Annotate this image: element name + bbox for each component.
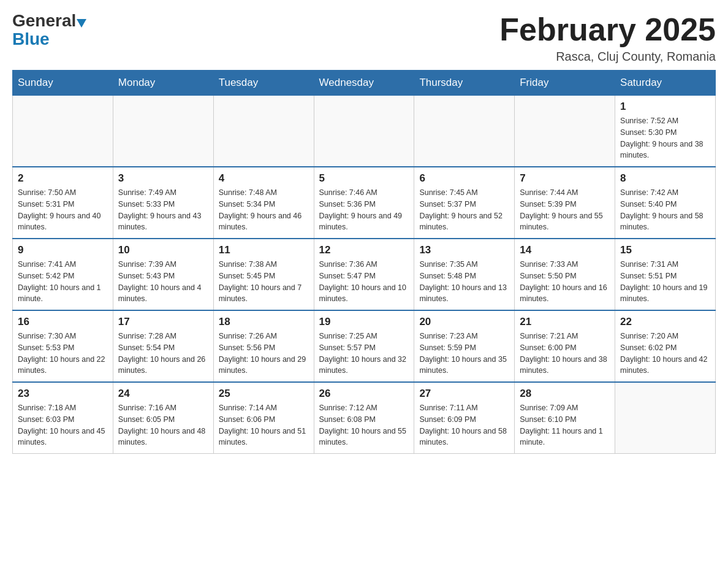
table-row: 16Sunrise: 7:30 AMSunset: 5:53 PMDayligh… (13, 310, 113, 382)
table-row: 20Sunrise: 7:23 AMSunset: 5:59 PMDayligh… (414, 310, 515, 382)
day-info: Sunrise: 7:30 AMSunset: 5:53 PMDaylight:… (18, 331, 108, 377)
day-info: Sunrise: 7:49 AMSunset: 5:33 PMDaylight:… (118, 187, 208, 233)
day-info: Sunrise: 7:38 AMSunset: 5:45 PMDaylight:… (219, 259, 309, 305)
day-info: Sunrise: 7:36 AMSunset: 5:47 PMDaylight:… (319, 259, 409, 305)
day-info: Sunrise: 7:31 AMSunset: 5:51 PMDaylight:… (620, 259, 710, 305)
day-number: 25 (219, 388, 309, 400)
calendar-week-row: 9Sunrise: 7:41 AMSunset: 5:42 PMDaylight… (13, 239, 716, 310)
table-row: 6Sunrise: 7:45 AMSunset: 5:37 PMDaylight… (414, 167, 515, 239)
day-info: Sunrise: 7:18 AMSunset: 6:03 PMDaylight:… (18, 402, 108, 448)
title-section: February 2025 Rasca, Cluj County, Romani… (499, 12, 716, 64)
day-number: 28 (520, 388, 610, 400)
day-number: 5 (319, 172, 409, 185)
table-row: 24Sunrise: 7:16 AMSunset: 6:05 PMDayligh… (113, 382, 213, 454)
calendar-week-row: 16Sunrise: 7:30 AMSunset: 5:53 PMDayligh… (13, 310, 716, 382)
day-number: 27 (419, 388, 509, 400)
calendar-week-row: 2Sunrise: 7:50 AMSunset: 5:31 PMDaylight… (13, 167, 716, 239)
day-info: Sunrise: 7:35 AMSunset: 5:48 PMDaylight:… (419, 259, 509, 305)
table-row: 4Sunrise: 7:48 AMSunset: 5:34 PMDaylight… (213, 167, 314, 239)
table-row: 7Sunrise: 7:44 AMSunset: 5:39 PMDaylight… (515, 167, 615, 239)
day-number: 15 (620, 244, 710, 256)
day-info: Sunrise: 7:28 AMSunset: 5:54 PMDaylight:… (118, 331, 208, 377)
day-number: 20 (419, 316, 509, 328)
calendar-week-row: 23Sunrise: 7:18 AMSunset: 6:03 PMDayligh… (13, 382, 716, 454)
page-header: General Blue February 2025 Rasca, Cluj C… (12, 12, 716, 64)
logo-blue-text: Blue (12, 31, 50, 48)
col-friday: Friday (515, 71, 615, 96)
table-row (213, 96, 314, 167)
day-number: 3 (118, 172, 208, 185)
table-row: 25Sunrise: 7:14 AMSunset: 6:06 PMDayligh… (213, 382, 314, 454)
day-number: 10 (118, 244, 208, 256)
logo-general-text: General (12, 12, 77, 29)
table-row: 15Sunrise: 7:31 AMSunset: 5:51 PMDayligh… (615, 239, 716, 310)
table-row: 1Sunrise: 7:52 AMSunset: 5:30 PMDaylight… (615, 96, 716, 167)
col-thursday: Thursday (414, 71, 515, 96)
col-saturday: Saturday (615, 71, 716, 96)
day-info: Sunrise: 7:39 AMSunset: 5:43 PMDaylight:… (118, 259, 208, 305)
day-info: Sunrise: 7:41 AMSunset: 5:42 PMDaylight:… (18, 259, 108, 305)
calendar-table: Sunday Monday Tuesday Wednesday Thursday… (12, 70, 716, 454)
day-info: Sunrise: 7:16 AMSunset: 6:05 PMDaylight:… (118, 402, 208, 448)
day-number: 4 (219, 172, 309, 185)
table-row: 23Sunrise: 7:18 AMSunset: 6:03 PMDayligh… (13, 382, 113, 454)
logo: General Blue (12, 12, 77, 48)
day-info: Sunrise: 7:23 AMSunset: 5:59 PMDaylight:… (419, 331, 509, 377)
day-info: Sunrise: 7:50 AMSunset: 5:31 PMDaylight:… (18, 187, 108, 233)
location-text: Rasca, Cluj County, Romania (499, 50, 716, 64)
table-row (113, 96, 213, 167)
day-info: Sunrise: 7:52 AMSunset: 5:30 PMDaylight:… (620, 115, 710, 161)
calendar-header-row: Sunday Monday Tuesday Wednesday Thursday… (13, 71, 716, 96)
table-row: 8Sunrise: 7:42 AMSunset: 5:40 PMDaylight… (615, 167, 716, 239)
col-monday: Monday (113, 71, 213, 96)
day-number: 2 (18, 172, 108, 185)
day-info: Sunrise: 7:12 AMSunset: 6:08 PMDaylight:… (319, 402, 409, 448)
day-info: Sunrise: 7:25 AMSunset: 5:57 PMDaylight:… (319, 331, 409, 377)
table-row: 27Sunrise: 7:11 AMSunset: 6:09 PMDayligh… (414, 382, 515, 454)
day-number: 9 (18, 244, 108, 256)
month-title: February 2025 (499, 12, 716, 47)
table-row: 2Sunrise: 7:50 AMSunset: 5:31 PMDaylight… (13, 167, 113, 239)
day-number: 16 (18, 316, 108, 328)
day-number: 8 (620, 172, 710, 185)
day-number: 24 (118, 388, 208, 400)
col-wednesday: Wednesday (314, 71, 414, 96)
day-number: 11 (219, 244, 309, 256)
table-row: 21Sunrise: 7:21 AMSunset: 6:00 PMDayligh… (515, 310, 615, 382)
table-row: 19Sunrise: 7:25 AMSunset: 5:57 PMDayligh… (314, 310, 414, 382)
table-row: 10Sunrise: 7:39 AMSunset: 5:43 PMDayligh… (113, 239, 213, 310)
day-info: Sunrise: 7:42 AMSunset: 5:40 PMDaylight:… (620, 187, 710, 233)
table-row: 28Sunrise: 7:09 AMSunset: 6:10 PMDayligh… (515, 382, 615, 454)
day-info: Sunrise: 7:48 AMSunset: 5:34 PMDaylight:… (219, 187, 309, 233)
day-info: Sunrise: 7:44 AMSunset: 5:39 PMDaylight:… (520, 187, 610, 233)
day-number: 12 (319, 244, 409, 256)
day-info: Sunrise: 7:11 AMSunset: 6:09 PMDaylight:… (419, 402, 509, 448)
day-number: 13 (419, 244, 509, 256)
col-tuesday: Tuesday (213, 71, 314, 96)
table-row: 5Sunrise: 7:46 AMSunset: 5:36 PMDaylight… (314, 167, 414, 239)
day-number: 1 (620, 101, 710, 113)
day-number: 26 (319, 388, 409, 400)
day-number: 14 (520, 244, 610, 256)
calendar-week-row: 1Sunrise: 7:52 AMSunset: 5:30 PMDaylight… (13, 96, 716, 167)
table-row: 11Sunrise: 7:38 AMSunset: 5:45 PMDayligh… (213, 239, 314, 310)
table-row (414, 96, 515, 167)
table-row: 3Sunrise: 7:49 AMSunset: 5:33 PMDaylight… (113, 167, 213, 239)
table-row: 26Sunrise: 7:12 AMSunset: 6:08 PMDayligh… (314, 382, 414, 454)
day-info: Sunrise: 7:20 AMSunset: 6:02 PMDaylight:… (620, 331, 710, 377)
table-row: 22Sunrise: 7:20 AMSunset: 6:02 PMDayligh… (615, 310, 716, 382)
table-row (13, 96, 113, 167)
day-number: 22 (620, 316, 710, 328)
day-number: 23 (18, 388, 108, 400)
day-info: Sunrise: 7:45 AMSunset: 5:37 PMDaylight:… (419, 187, 509, 233)
day-info: Sunrise: 7:26 AMSunset: 5:56 PMDaylight:… (219, 331, 309, 377)
day-info: Sunrise: 7:46 AMSunset: 5:36 PMDaylight:… (319, 187, 409, 233)
day-number: 18 (219, 316, 309, 328)
col-sunday: Sunday (13, 71, 113, 96)
table-row: 12Sunrise: 7:36 AMSunset: 5:47 PMDayligh… (314, 239, 414, 310)
table-row (615, 382, 716, 454)
day-number: 6 (419, 172, 509, 185)
table-row (314, 96, 414, 167)
day-info: Sunrise: 7:09 AMSunset: 6:10 PMDaylight:… (520, 402, 610, 448)
day-number: 17 (118, 316, 208, 328)
